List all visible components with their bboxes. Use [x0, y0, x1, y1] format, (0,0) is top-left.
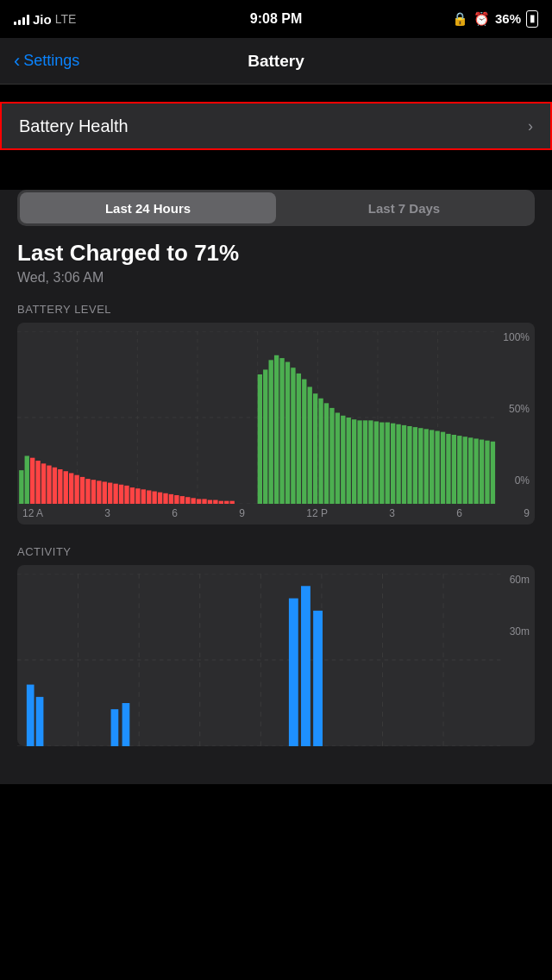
svg-rect-79 [424, 429, 429, 504]
battery-percent: 36% [495, 11, 521, 26]
svg-rect-73 [391, 424, 395, 504]
battery-health-row[interactable]: Battery Health › [0, 102, 552, 150]
status-bar: Jio LTE 9:08 PM 🔒 ⏰ 36% ▮ [0, 0, 552, 38]
svg-rect-20 [74, 475, 78, 504]
battery-icon: ▮ [526, 10, 538, 27]
svg-rect-84 [452, 435, 456, 504]
back-label: Settings [23, 52, 79, 70]
x-label-12p: 12 P [306, 507, 328, 519]
svg-rect-16 [53, 468, 57, 504]
svg-rect-38 [174, 495, 179, 504]
svg-rect-87 [468, 437, 473, 504]
svg-rect-53 [279, 358, 284, 504]
svg-rect-46 [219, 501, 223, 504]
svg-rect-66 [352, 419, 356, 504]
svg-rect-33 [147, 490, 151, 504]
battery-level-chart: 100% 50% 0% 12 A 3 6 9 12 P 3 6 9 [17, 323, 535, 525]
activity-chart: 60m 30m [17, 565, 535, 746]
battery-chart-canvas [17, 331, 498, 504]
x-label-3p: 3 [389, 507, 395, 519]
svg-rect-63 [336, 412, 340, 504]
svg-rect-13 [35, 461, 40, 504]
svg-rect-104 [111, 709, 119, 746]
svg-rect-74 [396, 424, 400, 504]
svg-rect-65 [347, 418, 351, 504]
back-button[interactable]: ‹ Settings [14, 50, 79, 72]
svg-rect-51 [269, 360, 273, 504]
status-time: 9:08 PM [250, 11, 302, 27]
svg-rect-69 [368, 420, 373, 504]
x-label-9p: 9 [524, 507, 530, 519]
x-label-3a: 3 [104, 507, 110, 519]
activity-chart-canvas [17, 574, 505, 746]
svg-rect-62 [329, 408, 334, 504]
svg-rect-60 [318, 399, 323, 504]
svg-rect-44 [208, 500, 212, 504]
svg-rect-42 [197, 499, 201, 504]
svg-rect-15 [47, 466, 51, 504]
svg-rect-28 [119, 485, 123, 504]
svg-rect-81 [435, 431, 439, 504]
svg-rect-45 [213, 500, 217, 504]
svg-rect-86 [463, 437, 467, 504]
svg-rect-102 [27, 685, 34, 746]
svg-rect-82 [441, 432, 445, 504]
last-7-days-tab[interactable]: Last 7 Days [276, 192, 532, 223]
svg-rect-22 [85, 479, 90, 504]
last-24-hours-tab[interactable]: Last 24 Hours [20, 192, 276, 223]
svg-rect-29 [124, 486, 129, 504]
activity-label: ACTIVITY [17, 545, 535, 558]
y-label-50: 50% [503, 403, 530, 415]
svg-rect-32 [141, 489, 146, 504]
x-label-6p: 6 [456, 507, 462, 519]
battery-chart-svg [17, 331, 498, 504]
svg-rect-54 [285, 362, 290, 504]
svg-rect-70 [374, 421, 379, 504]
activity-y-30: 30m [510, 625, 530, 638]
svg-rect-41 [191, 498, 195, 504]
svg-rect-71 [380, 423, 384, 504]
page-title: Battery [248, 52, 304, 71]
svg-rect-76 [407, 426, 411, 504]
svg-rect-59 [313, 393, 317, 504]
main-content: Last 24 Hours Last 7 Days Last Charged t… [0, 190, 552, 784]
svg-rect-19 [69, 473, 73, 504]
svg-rect-52 [274, 355, 279, 504]
svg-rect-30 [130, 487, 135, 504]
svg-rect-49 [258, 374, 262, 504]
svg-rect-108 [313, 611, 323, 746]
svg-rect-89 [480, 440, 484, 504]
svg-rect-43 [202, 499, 206, 504]
svg-rect-68 [363, 420, 367, 504]
battery-health-chevron-icon: › [528, 117, 533, 135]
signal-bars [14, 13, 29, 25]
carrier-label: Jio [33, 12, 52, 27]
svg-rect-36 [163, 493, 167, 504]
alarm-icon: ⏰ [474, 11, 490, 27]
y-label-100: 100% [503, 331, 530, 343]
lock-icon: 🔒 [452, 11, 468, 27]
last-charged-title: Last Charged to 71% [17, 240, 535, 267]
svg-rect-91 [491, 442, 495, 504]
svg-rect-23 [91, 480, 96, 504]
svg-rect-57 [302, 380, 306, 504]
svg-rect-105 [122, 703, 130, 746]
svg-rect-27 [113, 484, 117, 504]
svg-rect-90 [485, 441, 489, 504]
svg-rect-83 [446, 434, 450, 504]
network-type: LTE [55, 12, 77, 26]
svg-rect-88 [474, 438, 478, 504]
svg-rect-11 [25, 455, 29, 504]
battery-health-label: Battery Health [19, 116, 129, 136]
status-left: Jio LTE [14, 12, 76, 27]
battery-level-label: BATTERY LEVEL [17, 303, 535, 316]
svg-rect-72 [386, 423, 390, 504]
svg-rect-64 [341, 416, 345, 504]
svg-rect-61 [324, 403, 329, 504]
svg-rect-85 [457, 436, 461, 504]
svg-rect-103 [36, 697, 44, 746]
battery-chart-x-labels: 12 A 3 6 9 12 P 3 6 9 [17, 504, 535, 525]
activity-section: ACTIVITY [17, 545, 535, 746]
time-range-selector[interactable]: Last 24 Hours Last 7 Days [17, 190, 535, 226]
svg-rect-78 [418, 428, 423, 504]
